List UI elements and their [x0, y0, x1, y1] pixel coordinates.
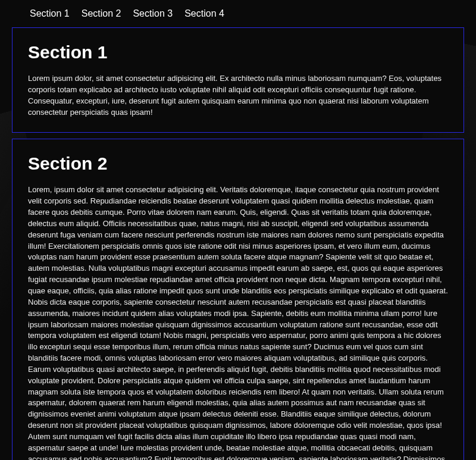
nav-link-section-1[interactable]: Section 1: [30, 8, 70, 19]
section-2-body: Lorem, ipsum dolor sit amet consectetur …: [28, 184, 448, 460]
nav-link-section-4[interactable]: Section 4: [184, 8, 224, 19]
nav-link-section-2[interactable]: Section 2: [82, 8, 121, 19]
section-1: Section 1 Lorem ipsum dolor, sit amet co…: [12, 27, 464, 133]
top-nav: Section 1 Section 2 Section 3 Section 4: [12, 0, 464, 27]
page-container: Section 1 Section 2 Section 3 Section 4 …: [6, 0, 470, 460]
section-1-title: Section 1: [28, 42, 448, 62]
nav-link-section-3[interactable]: Section 3: [133, 8, 173, 19]
section-2: Section 2 Lorem, ipsum dolor sit amet co…: [12, 139, 464, 460]
section-1-body: Lorem ipsum dolor, sit amet consectetur …: [28, 73, 448, 118]
section-2-title: Section 2: [28, 154, 448, 174]
